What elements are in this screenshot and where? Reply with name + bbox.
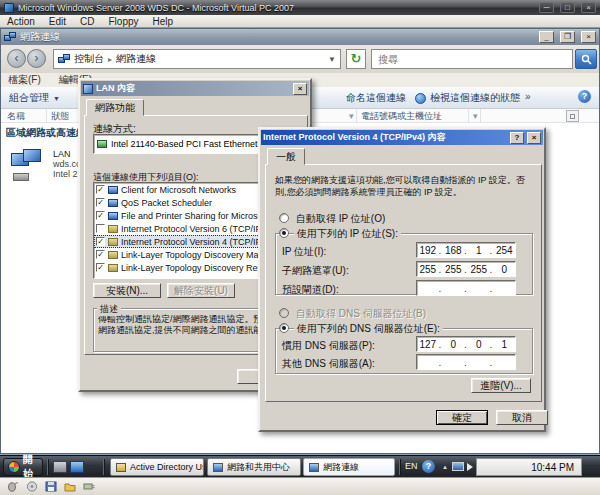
floppy-icon[interactable] [45, 481, 57, 492]
task-network-sharing-center[interactable]: 網路和共用中心 [207, 458, 301, 476]
tray-help-icon[interactable]: ? [422, 460, 435, 473]
task-label: Active Directory Users... [130, 462, 204, 472]
ipv4-dialog-help-button[interactable]: ? [510, 132, 524, 144]
lan-dialog-titlebar: LAN 內容 × [81, 81, 309, 96]
checkbox[interactable] [96, 250, 105, 259]
lan-dialog-close-button[interactable]: × [293, 83, 307, 95]
tray-network-icon[interactable] [452, 462, 464, 471]
tab-networking[interactable]: 網路功能 [86, 99, 144, 116]
radio-manual-dns[interactable] [279, 323, 289, 333]
tab-general[interactable]: 一般 [267, 148, 305, 165]
alternate-dns-label: 其他 DNS 伺服器(A): [282, 357, 375, 371]
alternate-dns-field[interactable] [416, 354, 516, 370]
ok-button[interactable]: 確定 [436, 410, 488, 425]
quick-launch-server-icon[interactable] [53, 461, 67, 473]
taskbar-separator [399, 459, 400, 475]
breadcrumb[interactable]: 控制台 ▸ 網路連線 ▼ [53, 49, 341, 69]
taskbar-clock[interactable]: 10:44 PM [476, 458, 582, 476]
octet: 0 [494, 264, 516, 275]
search-box[interactable] [371, 49, 573, 69]
forward-button[interactable]: › [27, 49, 46, 68]
description-title: 描述 [97, 303, 121, 316]
refresh-button[interactable]: ↻ [346, 49, 366, 69]
start-button[interactable]: 開始 [3, 458, 43, 476]
search-input[interactable] [376, 53, 568, 66]
view-status-button[interactable]: 檢視這個連線的狀態 [415, 91, 520, 105]
advanced-button[interactable]: 進階(V)... [471, 378, 531, 393]
octet: 127 [417, 339, 439, 350]
radio-auto-ip-label[interactable]: 自動取得 IP 位址(O) [296, 212, 385, 226]
preferred-dns-field[interactable]: 127 0 0 1 [416, 336, 516, 352]
octet: 254 [494, 245, 516, 256]
vpc-window-title: Microsoft Windows Server 2008 WDS DC - M… [18, 3, 533, 13]
tray-chevron-icon[interactable]: ▴ [440, 462, 450, 472]
lan-dialog-icon [83, 84, 93, 94]
radio-manual-dns-label[interactable]: 使用下列的 DNS 伺服器位址(E): [294, 322, 443, 336]
vpc-maximize-button[interactable]: □ [560, 2, 575, 13]
item-label: Client for Microsoft Networks [121, 185, 236, 195]
checkbox[interactable] [96, 237, 105, 246]
more-commands-button[interactable]: » [525, 91, 531, 102]
install-button[interactable]: 安裝(N)... [93, 283, 161, 298]
checkbox[interactable] [96, 263, 105, 272]
start-label: 開始 [23, 453, 38, 477]
folder-icon[interactable] [64, 481, 76, 492]
protocol-icon [108, 251, 118, 259]
task-network-connections[interactable]: 網路連線 [303, 458, 395, 476]
octet: 0 [443, 339, 465, 350]
column-name[interactable]: 名稱 [3, 109, 47, 123]
default-gateway-field[interactable] [416, 280, 516, 296]
network-connections-task-icon [309, 463, 319, 472]
explorer-restore-button[interactable]: ❐ [560, 31, 575, 43]
back-button[interactable]: ‹ [7, 49, 26, 68]
checkbox[interactable] [96, 185, 105, 194]
ipv4-dialog-close-button[interactable]: × [527, 132, 541, 144]
menu-file[interactable]: 檔案(F) [8, 73, 41, 87]
cd-icon[interactable] [26, 481, 38, 492]
vpc-close-button[interactable]: × [581, 2, 596, 13]
language-indicator[interactable]: EN [405, 461, 418, 471]
address-dropdown-icon[interactable]: ▼ [328, 55, 336, 64]
network-adapter-icon[interactable] [83, 481, 95, 492]
task-active-directory[interactable]: Active Directory Users... [110, 458, 204, 476]
taskbar-separator [47, 459, 48, 475]
protocol-icon [108, 238, 118, 246]
radio-manual-ip[interactable] [279, 228, 289, 238]
search-button[interactable] [575, 49, 597, 69]
checkbox[interactable] [96, 224, 105, 233]
organize-button[interactable]: 組合管理 ▼ [9, 91, 60, 105]
column-phone[interactable]: 電話號碼或主機位址 [357, 109, 469, 123]
lan-connection-icon[interactable] [11, 149, 49, 185]
column-end-box-icon[interactable] [566, 110, 579, 122]
checkbox[interactable] [96, 211, 105, 220]
octet: 0 [468, 339, 490, 350]
mouse-icon[interactable] [7, 481, 19, 492]
vpc-menu-action[interactable]: Action [7, 16, 35, 27]
rename-connection-button[interactable]: 命名這個連線 [346, 91, 406, 105]
help-icon[interactable]: ? [578, 90, 591, 103]
column-filter-left-icon[interactable]: ▾ [345, 109, 357, 123]
address-toolbar: ‹ › 控制台 ▸ 網路連線 ▼ ↻ [1, 45, 599, 73]
explorer-close-button[interactable]: × [581, 31, 596, 43]
radio-manual-ip-label[interactable]: 使用下列的 IP 位址(S): [294, 227, 401, 241]
ip-address-field[interactable]: 192 168 1 254 [416, 242, 516, 258]
breadcrumb-root[interactable]: 控制台 [74, 52, 104, 66]
breadcrumb-current[interactable]: 網路連線 [116, 52, 156, 66]
ipv4-properties-dialog: Internet Protocol Version 4 (TCP/IPv4) 內… [258, 127, 546, 432]
radio-auto-ip[interactable] [279, 213, 289, 223]
explorer-minimize-button[interactable]: _ [539, 31, 554, 43]
vpc-menu-help[interactable]: Help [153, 16, 174, 27]
cancel-button[interactable]: 取消 [496, 410, 548, 425]
clock-text: 10:44 PM [531, 462, 574, 473]
quick-launch-desktop-icon[interactable] [70, 461, 84, 473]
subnet-mask-field[interactable]: 255 255 255 0 [416, 261, 516, 277]
vpc-minimize-button[interactable]: ─ [539, 2, 554, 13]
vpc-menu-floppy[interactable]: Floppy [108, 16, 138, 27]
vpc-menu-edit[interactable]: Edit [49, 16, 66, 27]
preferred-dns-label: 慣用 DNS 伺服器(P): [282, 339, 375, 353]
checkbox[interactable] [96, 198, 105, 207]
vpc-menu-cd[interactable]: CD [80, 16, 94, 27]
view-status-icon [415, 93, 426, 104]
octet: 168 [443, 245, 465, 256]
column-filter-right-icon[interactable]: ▾ [469, 109, 481, 123]
